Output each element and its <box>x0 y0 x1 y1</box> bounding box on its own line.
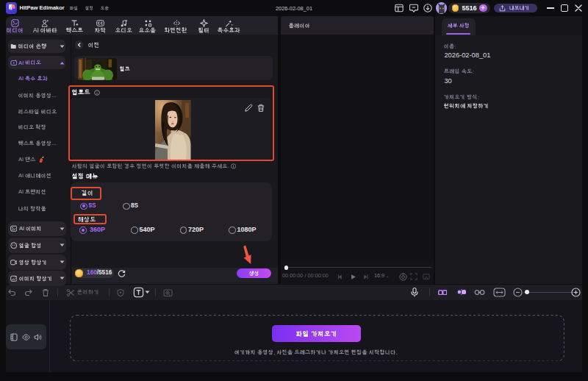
svg-text::: : <box>455 43 456 49</box>
svg-text:...: ... <box>51 93 56 99</box>
svg-text:...: ... <box>51 140 56 146</box>
svg-text:AI: AI <box>18 173 24 179</box>
svg-text:AI: AI <box>18 189 24 195</box>
svg-text:,: , <box>273 349 275 355</box>
svg-text::: : <box>473 68 474 74</box>
svg-text:AI: AI <box>33 27 39 34</box>
svg-text:.: . <box>227 163 229 169</box>
svg-text:AI: AI <box>18 60 24 65</box>
svg-text:.: . <box>396 349 398 355</box>
svg-text:AI: AI <box>18 157 24 163</box>
svg-text:AI: AI <box>18 76 24 82</box>
svg-text:AI: AI <box>19 226 24 232</box>
svg-text::: : <box>478 94 479 100</box>
